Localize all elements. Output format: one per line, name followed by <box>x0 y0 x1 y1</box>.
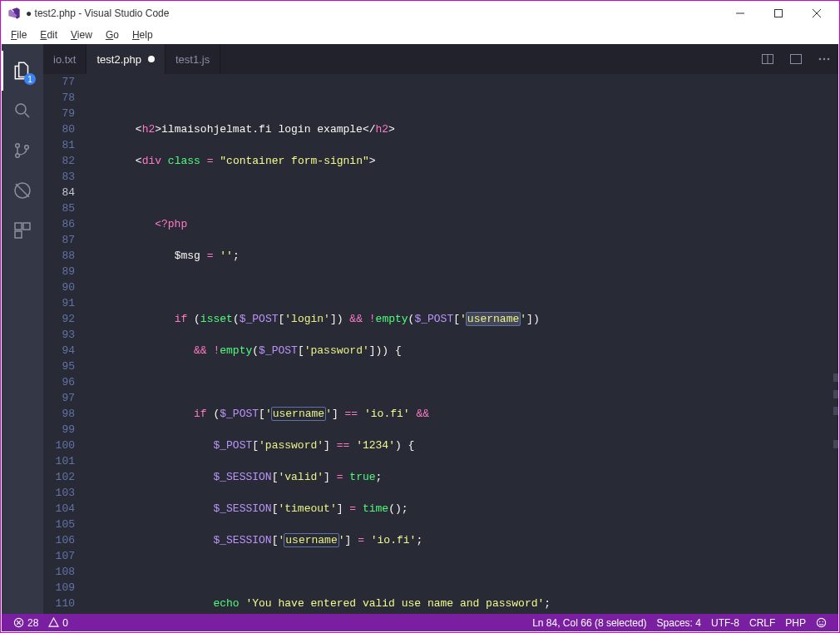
branch-icon <box>12 141 32 161</box>
explorer-badge: 1 <box>24 73 36 85</box>
svg-point-13 <box>828 58 830 61</box>
status-feedback[interactable] <box>811 617 832 628</box>
smiley-icon <box>816 617 827 628</box>
status-cursor-position[interactable]: Ln 84, Col 66 (8 selected) <box>527 617 651 629</box>
warning-icon <box>48 617 59 628</box>
menu-file[interactable]: File <box>4 27 33 42</box>
svg-point-15 <box>817 618 825 626</box>
svg-point-16 <box>819 621 820 622</box>
status-language[interactable]: PHP <box>780 617 811 629</box>
menubar: File Edit View Go Help <box>1 26 839 44</box>
svg-rect-7 <box>23 223 30 230</box>
error-icon <box>13 617 24 628</box>
tab-test2-php[interactable]: test2.php <box>86 44 166 74</box>
window-title: ● test2.php - Visual Studio Code <box>26 7 169 19</box>
svg-point-4 <box>25 146 29 150</box>
more-actions-button[interactable] <box>810 44 838 74</box>
tab-io-txt[interactable]: io.txt <box>43 44 86 74</box>
close-button[interactable] <box>798 1 836 26</box>
svg-rect-6 <box>15 223 22 230</box>
modified-dot-icon <box>148 56 155 62</box>
activity-bar: 1 <box>2 44 43 614</box>
status-eol[interactable]: CRLF <box>744 617 780 629</box>
svg-rect-10 <box>791 55 802 64</box>
status-indent[interactable]: Spaces: 4 <box>652 617 706 629</box>
vscode-icon <box>7 7 21 20</box>
svg-rect-8 <box>15 231 22 238</box>
window-titlebar: ● test2.php - Visual Studio Code <box>1 1 839 26</box>
activity-scm[interactable] <box>2 131 43 171</box>
status-errors[interactable]: 28 <box>8 617 43 629</box>
extensions-icon <box>12 220 32 240</box>
svg-point-2 <box>16 144 20 148</box>
activity-debug[interactable] <box>2 171 43 210</box>
menu-go[interactable]: Go <box>99 27 126 42</box>
line-number-gutter: 7778798081828384858687888990919293949596… <box>43 74 90 614</box>
search-icon <box>12 101 32 121</box>
status-encoding[interactable]: UTF-8 <box>706 617 744 629</box>
editor-tab-bar: io.txt test2.php test1.js <box>43 44 838 74</box>
svg-point-11 <box>819 58 822 61</box>
editor-layout-button[interactable] <box>782 44 810 74</box>
minimap[interactable] <box>830 74 838 614</box>
activity-explorer[interactable]: 1 <box>2 51 43 91</box>
svg-rect-0 <box>775 10 783 17</box>
menu-view[interactable]: View <box>64 27 99 42</box>
svg-point-12 <box>823 58 826 61</box>
status-warnings[interactable]: 0 <box>43 617 73 629</box>
tab-test1-js[interactable]: test1.js <box>166 44 220 74</box>
maximize-button[interactable] <box>759 1 798 26</box>
status-bar: 28 0 Ln 84, Col 66 (8 selected) Spaces: … <box>2 614 838 631</box>
activity-search[interactable] <box>2 91 43 131</box>
code-editor[interactable]: 7778798081828384858687888990919293949596… <box>43 74 838 614</box>
minimize-button[interactable] <box>721 1 759 26</box>
svg-point-1 <box>16 104 26 114</box>
menu-help[interactable]: Help <box>126 27 160 42</box>
bug-icon <box>12 181 32 200</box>
svg-point-3 <box>16 154 20 158</box>
code-content[interactable]: <h2>ilmaisohjelmat.fi login example</h2>… <box>90 74 838 614</box>
menu-edit[interactable]: Edit <box>33 27 64 42</box>
split-editor-button[interactable] <box>754 44 782 74</box>
svg-point-17 <box>823 621 823 622</box>
activity-extensions[interactable] <box>2 210 43 250</box>
